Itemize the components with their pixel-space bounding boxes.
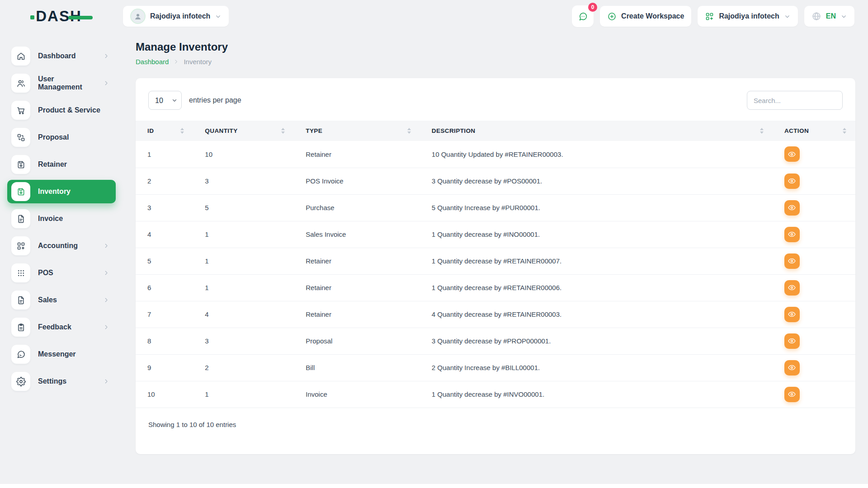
cell-quantity: 1: [193, 274, 294, 301]
logo-dash-icon: [68, 16, 93, 19]
table-controls: 10 entries per page: [136, 78, 855, 121]
cell-type: Retainer: [294, 301, 420, 328]
table-row: 7 4 Retainer 4 Quantity decrease by #RET…: [136, 301, 855, 328]
globe-icon: [811, 11, 821, 21]
cell-id: 7: [136, 301, 193, 328]
chevron-down-icon: [840, 13, 847, 20]
table-row: 2 3 POS Invoice 3 Quantity decrease by #…: [136, 168, 855, 194]
cell-action: [773, 248, 855, 274]
cell-description: 2 Quantity Increase by #BILL00001.: [420, 354, 773, 381]
dots-grid-icon: [11, 263, 30, 282]
cell-id: 3: [136, 194, 193, 221]
cell-action: [773, 194, 855, 221]
file-icon: [11, 209, 30, 228]
cell-type: Invoice: [294, 381, 420, 408]
cell-action: [773, 328, 855, 354]
cell-quantity: 3: [193, 328, 294, 354]
view-button[interactable]: [784, 174, 800, 189]
cell-id: 5: [136, 248, 193, 274]
bottom-bar: [0, 484, 868, 488]
sidebar-item-user-management[interactable]: User Management: [7, 71, 116, 95]
view-button[interactable]: [784, 360, 800, 375]
create-workspace-button[interactable]: Create Workspace: [600, 6, 691, 27]
view-button[interactable]: [784, 253, 800, 269]
workspace-dropdown[interactable]: Rajodiya infotech: [698, 6, 797, 27]
sidebar-item-product-service[interactable]: Product & Service: [7, 99, 116, 122]
chevron-down-icon: [215, 13, 222, 20]
breadcrumb-dashboard-link[interactable]: Dashboard: [136, 58, 169, 66]
sidebar-item-messenger[interactable]: Messenger: [7, 343, 116, 366]
sidebar-item-inventory[interactable]: Inventory: [7, 180, 116, 203]
sidebar-item-label: Product & Service: [38, 106, 109, 114]
avatar-person-icon: [130, 9, 146, 24]
view-button[interactable]: [784, 307, 800, 322]
sidebar-item-label: Accounting: [38, 242, 95, 250]
column-header-description[interactable]: DESCRIPTION: [420, 121, 773, 141]
plus-circle-icon: [607, 12, 617, 21]
sidebar-item-retainer[interactable]: Retainer: [7, 153, 116, 176]
search-input[interactable]: [747, 91, 843, 110]
workspace-selector[interactable]: Rajodiya infotech: [123, 6, 229, 27]
eye-icon: [788, 310, 796, 319]
cell-id: 9: [136, 354, 193, 381]
logo[interactable]: DASH: [30, 8, 93, 25]
sidebar-item-label: Sales: [38, 296, 95, 304]
sidebar-item-feedback[interactable]: Feedback: [7, 315, 116, 339]
home-icon: [11, 47, 30, 66]
language-label: EN: [826, 12, 836, 20]
cell-quantity: 5: [193, 194, 294, 221]
messages-button[interactable]: 0: [572, 5, 594, 27]
sidebar-item-sales[interactable]: Sales: [7, 288, 116, 312]
table-row: 10 1 Invoice 1 Quantity decrease by #INV…: [136, 381, 855, 408]
sidebar-item-label: Proposal: [38, 133, 109, 141]
users-icon: [11, 74, 30, 93]
cell-id: 2: [136, 168, 193, 194]
topbar-right: 0 Create Workspace Rajodiya infotech EN: [572, 5, 854, 27]
view-button[interactable]: [784, 200, 800, 216]
sort-icon: [760, 128, 764, 134]
cell-action: [773, 381, 855, 408]
sidebar-item-settings[interactable]: Settings: [7, 370, 116, 393]
view-button[interactable]: [784, 280, 800, 296]
messages-badge: 0: [588, 3, 597, 12]
grid-plus-icon: [11, 236, 30, 255]
cell-description: 4 Quantity decrease by #RETAINER00003.: [420, 301, 773, 328]
sidebar-item-accounting[interactable]: Accounting: [7, 234, 116, 258]
sidebar-item-dashboard[interactable]: Dashboard: [7, 44, 116, 68]
page-size-select[interactable]: 10: [148, 91, 182, 110]
sidebar-item-proposal[interactable]: Proposal: [7, 126, 116, 149]
cell-type: Retainer: [294, 274, 420, 301]
eye-icon: [788, 283, 796, 292]
breadcrumb: Dashboard Inventory: [136, 58, 855, 66]
view-button[interactable]: [784, 227, 800, 242]
cell-id: 6: [136, 274, 193, 301]
language-selector[interactable]: EN: [804, 6, 854, 27]
chevron-right-icon: [103, 378, 109, 385]
eye-icon: [788, 150, 796, 159]
view-button[interactable]: [784, 333, 800, 349]
column-header-action[interactable]: ACTION: [773, 121, 855, 141]
cell-action: [773, 354, 855, 381]
column-header-type[interactable]: TYPE: [294, 121, 420, 141]
eye-icon: [788, 390, 796, 399]
cell-description: 1 Quantity decrease by #RETAINER00007.: [420, 248, 773, 274]
column-header-quantity[interactable]: QUANTITY: [193, 121, 294, 141]
sidebar-item-pos[interactable]: POS: [7, 261, 116, 285]
sidebar-item-invoice[interactable]: Invoice: [7, 207, 116, 230]
cell-quantity: 1: [193, 221, 294, 248]
table-row: 4 1 Sales Invoice 1 Quantity decrease by…: [136, 221, 855, 248]
inventory-table: ID QUANTITY TYPE DESCRIPTION: [136, 121, 855, 408]
column-header-id[interactable]: ID: [136, 121, 193, 141]
cell-type: POS Invoice: [294, 168, 420, 194]
sidebar-item-label: Settings: [38, 377, 95, 385]
cell-action: [773, 274, 855, 301]
showing-entries-text: Showing 1 to 10 of 10 entries: [136, 408, 855, 428]
cell-action: [773, 301, 855, 328]
cell-type: Bill: [294, 354, 420, 381]
logo-dot-icon: [30, 15, 34, 19]
save-icon: [11, 182, 30, 201]
cell-type: Retainer: [294, 248, 420, 274]
cell-quantity: 3: [193, 168, 294, 194]
view-button[interactable]: [784, 387, 800, 402]
view-button[interactable]: [784, 146, 800, 162]
